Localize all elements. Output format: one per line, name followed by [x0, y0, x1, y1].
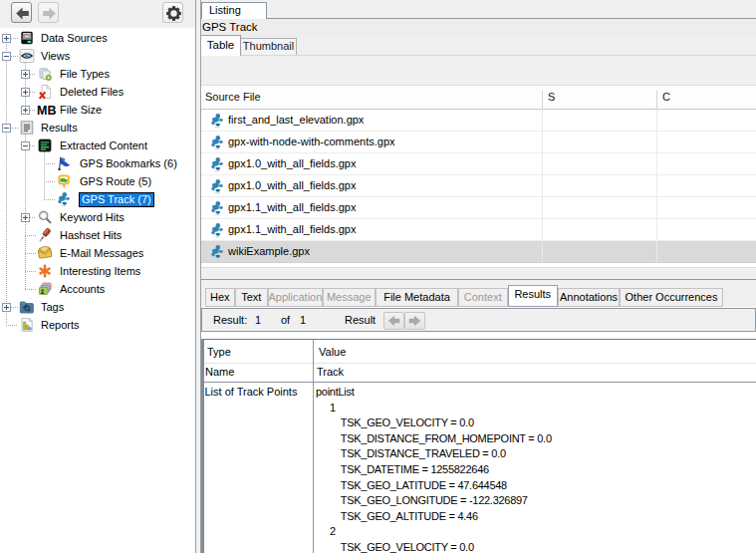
svg-text:MB: MB [37, 104, 56, 118]
